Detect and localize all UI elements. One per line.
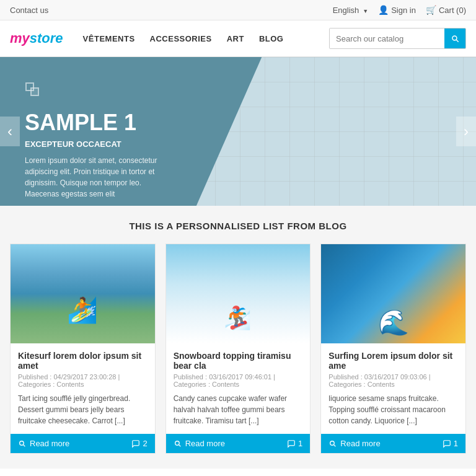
- magnifier-icon-2: [328, 439, 337, 447]
- blog-card-image-0: [11, 244, 155, 343]
- magnifier-icon-1: [174, 439, 182, 447]
- hero-slider: SAMPLE 1 EXCEPTEUR OCCAECAT Lorem ipsum …: [0, 57, 476, 206]
- hero-prev-button[interactable]: [0, 117, 20, 146]
- blog-card-title-1: Snowboard topping tiramisu bear cla: [174, 351, 303, 371]
- site-header: my store VÊTEMENTS ACCESSORIES ART BLOG: [0, 20, 476, 57]
- blog-section-title: THIS IS A PERSONNALISED LIST FROM BLOG: [10, 221, 466, 231]
- search-button[interactable]: [444, 29, 465, 48]
- nav-item-accessories[interactable]: ACCESSORIES: [150, 34, 212, 43]
- hero-title: SAMPLE 1: [25, 110, 174, 136]
- logo-my: my: [10, 30, 30, 46]
- read-more-button-0[interactable]: Read more: [18, 439, 69, 448]
- logo-squares-icon: [25, 82, 45, 102]
- svg-point-2: [20, 441, 24, 446]
- cart-label: Cart (0): [439, 6, 466, 15]
- search-box: [329, 28, 466, 49]
- search-icon: [451, 34, 459, 43]
- site-logo[interactable]: my store: [10, 30, 63, 46]
- comment-icon-0: [131, 439, 140, 448]
- nav-item-vetements[interactable]: VÊTEMENTS: [83, 34, 135, 43]
- hero-text: Lorem ipsum dolor sit amet, consectetur …: [25, 155, 174, 200]
- svg-point-4: [175, 441, 179, 446]
- svg-rect-1: [31, 88, 38, 95]
- sign-in-button[interactable]: Sign in: [378, 5, 416, 15]
- read-more-button-2[interactable]: Read more: [328, 439, 380, 448]
- blog-card-meta-1: Published : 03/16/2017 09:46:01 | Catego…: [174, 373, 303, 388]
- user-icon: [378, 5, 389, 15]
- search-input[interactable]: [330, 29, 444, 48]
- hero-content: SAMPLE 1 EXCEPTEUR OCCAECAT Lorem ipsum …: [25, 82, 174, 200]
- top-bar-right: English Sign in Cart (0): [333, 5, 466, 15]
- comment-count-0: 2: [131, 439, 147, 448]
- nav-item-blog[interactable]: BLOG: [259, 34, 284, 43]
- blog-card-image-2: [321, 244, 465, 343]
- svg-point-6: [330, 441, 335, 446]
- svg-line-5: [179, 445, 180, 446]
- read-more-button-1[interactable]: Read more: [174, 439, 225, 448]
- blog-card-meta-2: Published : 03/16/2017 09:03:06 | Catego…: [328, 373, 458, 388]
- comment-count-1: 1: [287, 439, 302, 448]
- logo-store: store: [30, 30, 63, 46]
- blog-card-0: Kitesurf lorem dolor ipsum sit amet Publ…: [10, 244, 156, 454]
- language-selector[interactable]: English: [333, 6, 369, 15]
- blog-card-body-2: Surfing Lorem ipsum dolor sit ame Publis…: [321, 343, 465, 434]
- blog-card-2: Surfing Lorem ipsum dolor sit ame Publis…: [320, 244, 466, 454]
- main-nav: VÊTEMENTS ACCESSORIES ART BLOG: [83, 34, 284, 43]
- cart-button[interactable]: Cart (0): [426, 5, 466, 15]
- blog-card-body-0: Kitesurf lorem dolor ipsum sit amet Publ…: [11, 343, 155, 434]
- cart-icon: [426, 5, 436, 15]
- blog-card-meta-0: Published : 04/29/2017 23:00:28 | Catego…: [18, 373, 148, 388]
- blog-card-body-1: Snowboard topping tiramisu bear cla Publ…: [166, 343, 311, 434]
- blog-card-image-1: [166, 244, 311, 343]
- top-bar: Contact us English Sign in Cart (0): [0, 0, 476, 20]
- hero-subtitle: EXCEPTEUR OCCAECAT: [25, 139, 174, 149]
- blog-card-text-0: Tart icing soufflé jelly gingerbread. De…: [18, 393, 148, 426]
- arrow-left-icon: [7, 123, 12, 140]
- comment-icon-2: [443, 439, 451, 448]
- svg-line-7: [334, 445, 335, 446]
- svg-line-3: [24, 445, 25, 446]
- blog-card-1: Snowboard topping tiramisu bear cla Publ…: [165, 244, 311, 454]
- blog-card-title-2: Surfing Lorem ipsum dolor sit ame: [328, 351, 458, 371]
- chevron-down-icon: [361, 6, 368, 15]
- comment-icon-1: [287, 439, 296, 448]
- sign-in-label: Sign in: [391, 6, 416, 15]
- blog-section: THIS IS A PERSONNALISED LIST FROM BLOG K…: [0, 206, 476, 469]
- hero-next-button[interactable]: [456, 117, 476, 146]
- blog-card-footer-2: Read more 1: [321, 434, 465, 453]
- language-label: English: [333, 6, 359, 15]
- arrow-right-icon: [464, 123, 469, 140]
- blog-card-footer-0: Read more 2: [11, 434, 155, 453]
- nav-item-art[interactable]: ART: [227, 34, 244, 43]
- magnifier-icon-0: [18, 439, 26, 447]
- header-left: my store VÊTEMENTS ACCESSORIES ART BLOG: [10, 30, 283, 46]
- blog-card-title-0: Kitesurf lorem dolor ipsum sit amet: [18, 351, 148, 371]
- blog-card-text-2: liquorice sesame snaps fruitcake. Toppin…: [328, 393, 458, 426]
- blog-card-text-1: Candy canes cupcake wafer wafer halvah h…: [174, 393, 303, 426]
- blog-card-footer-1: Read more 1: [166, 434, 311, 453]
- blog-grid: Kitesurf lorem dolor ipsum sit amet Publ…: [10, 244, 466, 454]
- hero-icon: [25, 82, 174, 104]
- contact-link[interactable]: Contact us: [10, 6, 48, 15]
- comment-count-2: 1: [443, 439, 458, 448]
